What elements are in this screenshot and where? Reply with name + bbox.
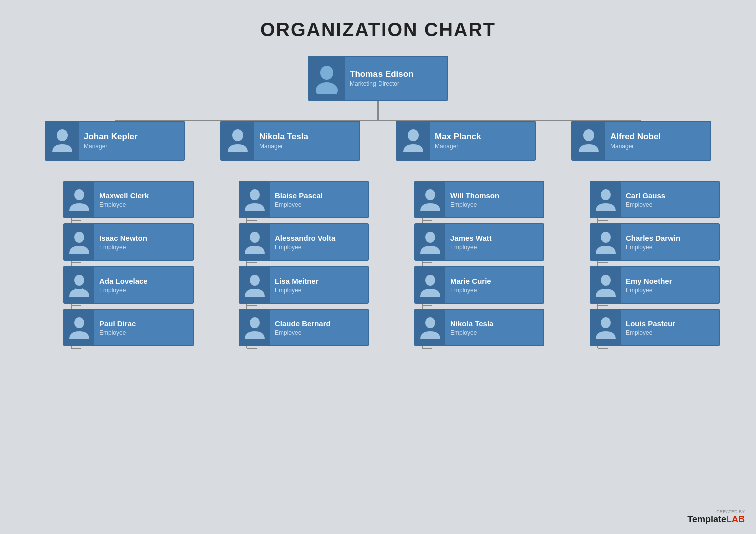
emp-card-0-2[interactable]: Ada Lovelace Employee [63,266,194,304]
emp-name-3-1: Charles Darwin [626,234,680,243]
manager-name-1: Nikola Tesla [259,132,308,142]
emp-card-3-2[interactable]: Emy Noether Employee [590,266,720,304]
created-by-label: CREATED BY [687,509,745,514]
brand-label: TemplateLAB [687,514,745,524]
manager-name-3: Alfred Nobel [610,132,661,142]
emp-name-0-3: Paul Dirac [99,319,136,328]
top-card-text: Thomas Edison Marketing Director [345,69,419,87]
emp-list-3: Carl Gauss Employee Charles Darwi [590,181,720,346]
emp-text-1-3: Claude Bernard Employee [270,319,336,336]
emp-name-2-0: Will Thomson [450,191,499,200]
emp-text-0-1: Isaac Newton Employee [94,234,152,251]
emp-list-2: Will Thomson Employee James Watt [414,181,544,346]
emp-avatar-0-2 [64,266,94,304]
manager-name-0: Johan Kepler [84,132,138,142]
emp-text-0-3: Paul Dirac Employee [94,319,141,336]
manager-avatar-1 [221,121,254,161]
emp-avatar-0-1 [64,223,94,261]
emp-role-2-0: Employee [450,201,499,208]
manager-card-2[interactable]: Max Planck Manager [396,121,536,161]
emp-text-2-3: Nikola Tesla Employee [445,319,498,336]
svg-point-57 [601,232,611,243]
svg-point-45 [74,232,84,243]
manager-col-1: Nikola Tesla Manager [203,121,378,161]
emp-name-1-0: Blaise Pascal [275,191,323,200]
emp-avatar-2-3 [415,309,445,346]
svg-point-0 [320,66,333,80]
svg-point-58 [601,275,611,286]
manager-card-3[interactable]: Alfred Nobel Manager [571,121,711,161]
emp-card-0-3[interactable]: Paul Dirac Employee [63,309,194,346]
emp-card-2-1[interactable]: James Watt Employee [414,223,544,261]
emp-text-3-1: Charles Darwin Employee [621,234,685,251]
top-node-wrap: Thomas Edison Marketing Director [308,56,448,101]
svg-point-43 [583,129,594,141]
emp-name-0-0: Maxwell Clerk [99,191,149,200]
emp-role-0-0: Employee [99,201,149,208]
emp-avatar-3-1 [591,223,621,261]
emp-text-0-2: Ada Lovelace Employee [94,277,153,294]
emp-text-2-2: Marie Curie Employee [445,277,496,294]
svg-point-46 [74,275,84,286]
svg-point-56 [601,189,611,200]
manager-text-0: Johan Kepler Manager [79,132,143,150]
top-avatar [309,56,345,101]
emp-name-1-1: Alessandro Volta [275,234,335,243]
emp-card-3-0[interactable]: Carl Gauss Employee [590,181,720,218]
svg-point-53 [425,232,435,243]
emp-name-2-2: Marie Curie [450,277,491,286]
emp-card-1-2[interactable]: Lisa Meitner Employee [239,266,369,304]
managers-row: Johan Kepler Manager Nikola Tesla [27,121,729,161]
emp-role-3-0: Employee [626,201,665,208]
emp-card-1-0[interactable]: Blaise Pascal Employee [239,181,369,218]
emp-name-0-2: Ada Lovelace [99,277,148,286]
emp-col-1: Blaise Pascal Employee Alessandro [203,181,378,346]
emp-card-3-3[interactable]: Louis Pasteur Employee [590,309,720,346]
emp-text-1-1: Alessandro Volta Employee [270,234,340,251]
emp-col-3: Carl Gauss Employee Charles Darwi [553,181,729,346]
svg-point-40 [57,129,68,141]
emp-text-3-3: Louis Pasteur Employee [621,319,680,336]
emp-text-0-0: Maxwell Clerk Employee [94,191,154,208]
emp-role-1-0: Employee [275,201,323,208]
manager-col-3: Alfred Nobel Manager [553,121,729,161]
emp-card-3-1[interactable]: Charles Darwin Employee [590,223,720,261]
emp-avatar-3-3 [591,309,621,346]
top-role: Marketing Director [350,80,414,87]
emp-card-2-2[interactable]: Marie Curie Employee [414,266,544,304]
manager-text-2: Max Planck Manager [430,132,486,150]
emp-text-3-0: Carl Gauss Employee [621,191,670,208]
page-title: ORGANIZATION CHART [0,0,756,56]
emp-name-3-3: Louis Pasteur [626,319,675,328]
emp-avatar-1-0 [240,181,270,218]
manager-card-1[interactable]: Nikola Tesla Manager [220,121,360,161]
employees-row: Maxwell Clerk Employee Isaac Newt [27,181,729,346]
emp-role-1-3: Employee [275,329,331,336]
emp-role-0-1: Employee [99,244,147,251]
svg-point-51 [250,317,260,328]
emp-role-2-1: Employee [450,244,492,251]
lines-and-managers: Johan Kepler Manager Nikola Tesla [27,101,729,346]
emp-card-1-1[interactable]: Alessandro Volta Employee [239,223,369,261]
emp-role-1-2: Employee [275,287,319,294]
emp-card-2-3[interactable]: Nikola Tesla Employee [414,309,544,346]
manager-name-2: Max Planck [435,132,481,142]
emp-text-2-0: Will Thomson Employee [445,191,504,208]
manager-card-0[interactable]: Johan Kepler Manager [45,121,185,161]
emp-name-3-2: Emy Noether [626,277,672,286]
manager-text-3: Alfred Nobel Manager [605,132,666,150]
manager-role-3: Manager [610,143,661,150]
emp-text-2-1: James Watt Employee [445,234,497,251]
emp-card-1-3[interactable]: Claude Bernard Employee [239,309,369,346]
svg-point-49 [250,232,260,243]
emp-name-1-3: Claude Bernard [275,319,331,328]
top-card[interactable]: Thomas Edison Marketing Director [308,56,448,101]
emp-role-1-1: Employee [275,244,335,251]
brand-lab: LAB [726,514,745,524]
emp-avatar-2-2 [415,266,445,304]
emp-card-2-0[interactable]: Will Thomson Employee [414,181,544,218]
emp-avatar-1-1 [240,223,270,261]
emp-text-3-2: Emy Noether Employee [621,277,677,294]
emp-card-0-0[interactable]: Maxwell Clerk Employee [63,181,194,218]
emp-card-0-1[interactable]: Isaac Newton Employee [63,223,194,261]
